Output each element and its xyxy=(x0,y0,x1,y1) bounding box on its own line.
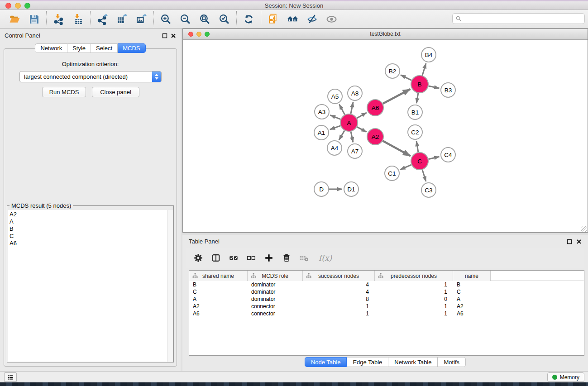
node-A7[interactable]: A7 xyxy=(348,144,362,158)
table-cell[interactable]: C xyxy=(189,289,248,295)
result-list-item[interactable]: A6 xyxy=(10,240,173,247)
table-cell[interactable]: A xyxy=(453,296,491,302)
search-input[interactable] xyxy=(462,15,584,22)
export-table-icon[interactable] xyxy=(116,14,128,25)
table-cell[interactable]: B xyxy=(189,281,248,288)
node-B2[interactable]: B2 xyxy=(385,64,400,78)
save-session-icon[interactable] xyxy=(29,14,40,25)
edge-C-C1[interactable] xyxy=(400,165,411,170)
table-cell[interactable]: 1 xyxy=(375,289,453,295)
table-cell[interactable]: B xyxy=(453,281,491,288)
edge-A-A4[interactable] xyxy=(339,130,344,140)
edge-A-A7[interactable] xyxy=(351,132,353,143)
table-row[interactable]: A6connector11A6 xyxy=(189,310,584,317)
table-cell[interactable]: A6 xyxy=(189,310,248,317)
table-cell[interactable]: 1 xyxy=(303,303,375,310)
node-C1[interactable]: C1 xyxy=(385,166,399,181)
edge-B-B4[interactable] xyxy=(422,63,426,76)
close-panel-icon[interactable] xyxy=(170,33,177,39)
node-D[interactable]: D xyxy=(314,182,329,196)
node-A1[interactable]: A1 xyxy=(314,125,329,140)
node-A2[interactable]: A2 xyxy=(367,129,383,145)
tab-mcds[interactable]: MCDS xyxy=(118,43,145,53)
tab-select[interactable]: Select xyxy=(91,43,118,53)
table-cell[interactable]: 1 xyxy=(375,281,453,288)
edge-A2-C[interactable] xyxy=(383,141,411,156)
table-row[interactable]: Adominator80A xyxy=(189,295,584,303)
result-scrollbar[interactable] xyxy=(167,210,173,362)
delete-icon[interactable] xyxy=(282,253,292,263)
open-file-icon[interactable] xyxy=(9,14,20,25)
table-cell[interactable]: dominator xyxy=(248,289,303,295)
edge-C-C4[interactable] xyxy=(429,157,440,159)
table-cell[interactable]: A xyxy=(189,296,248,302)
table-cell[interactable]: 1 xyxy=(303,310,375,317)
zoom-selected-icon[interactable] xyxy=(219,14,230,25)
table-cell[interactable]: A2 xyxy=(189,303,248,310)
table-cell[interactable]: connector xyxy=(248,303,303,310)
close-table-panel-icon[interactable] xyxy=(576,238,582,245)
tab-node-table[interactable]: Node Table xyxy=(305,357,347,367)
resize-grip[interactable] xyxy=(581,226,587,232)
table-row[interactable]: Cdominator41C xyxy=(189,288,584,295)
network-window-titlebar[interactable]: testGlobe.txt xyxy=(183,29,588,40)
export-image-icon[interactable] xyxy=(136,14,147,25)
table-cell[interactable]: 1 xyxy=(375,310,453,317)
node-A8[interactable]: A8 xyxy=(348,86,362,100)
edge-B-B1[interactable] xyxy=(416,93,418,104)
show-columns-icon[interactable] xyxy=(211,253,221,263)
edge-A6-B[interactable] xyxy=(383,89,411,104)
zoom-out-icon[interactable] xyxy=(180,14,191,25)
result-list-item[interactable]: C xyxy=(10,233,173,240)
table-cell[interactable]: 8 xyxy=(303,296,375,302)
edge-A-A5[interactable] xyxy=(339,105,344,115)
tab-edge-table[interactable]: Edge Table xyxy=(347,357,388,367)
home-view-icon[interactable] xyxy=(287,14,298,25)
select-all-icon[interactable] xyxy=(229,253,239,263)
import-table-icon[interactable] xyxy=(72,14,84,25)
tab-network-table[interactable]: Network Table xyxy=(388,357,438,367)
export-network-icon[interactable] xyxy=(97,14,108,25)
network-canvas[interactable]: B4B2BB3A8A5A6A3B1AC2A1A2A4A7C4CC1C3DD1 xyxy=(183,40,588,232)
import-network-icon[interactable] xyxy=(53,14,64,25)
node-B[interactable]: B xyxy=(411,76,428,93)
node-D1[interactable]: D1 xyxy=(344,182,359,196)
node-C3[interactable]: C3 xyxy=(421,183,436,197)
run-mcds-button[interactable]: Run MCDS xyxy=(42,87,86,97)
edge-B-B3[interactable] xyxy=(429,86,440,88)
refresh-icon[interactable] xyxy=(243,14,254,25)
node-B3[interactable]: B3 xyxy=(441,83,455,97)
node-B4[interactable]: B4 xyxy=(421,48,436,62)
table-cell[interactable]: 0 xyxy=(375,296,453,302)
search-field[interactable] xyxy=(452,13,585,24)
task-history-button[interactable] xyxy=(4,372,17,382)
table-cell[interactable]: dominator xyxy=(248,296,303,302)
node-table[interactable]: shared nameMCDS rolesuccessor nodesprede… xyxy=(189,270,584,356)
table-cell[interactable]: 1 xyxy=(375,303,453,310)
table-row[interactable]: A2connector11A2 xyxy=(189,303,584,310)
edge-A-A6[interactable] xyxy=(357,113,367,118)
result-list-item[interactable]: B xyxy=(10,225,173,233)
column-header-successor-nodes[interactable]: successor nodes xyxy=(303,271,375,281)
zoom-fit-icon[interactable] xyxy=(199,14,210,25)
node-C[interactable]: C xyxy=(411,152,428,170)
settings-icon[interactable] xyxy=(193,253,203,263)
node-A5[interactable]: A5 xyxy=(328,89,342,104)
table-cell[interactable]: C xyxy=(453,289,491,295)
edge-C-C2[interactable] xyxy=(416,141,418,152)
column-header-shared-name[interactable]: shared name xyxy=(189,271,248,281)
node-C4[interactable]: C4 xyxy=(441,148,455,162)
column-header-predecessor-nodes[interactable]: predecessor nodes xyxy=(375,271,453,281)
edge-A-A2[interactable] xyxy=(357,127,367,132)
node-A[interactable]: A xyxy=(340,114,358,131)
result-list-item[interactable]: A xyxy=(10,218,173,225)
edge-A-A1[interactable] xyxy=(330,126,340,129)
memory-button[interactable]: Memory xyxy=(547,372,584,382)
float-panel-icon[interactable] xyxy=(162,33,168,39)
edge-C-C3[interactable] xyxy=(422,170,426,181)
node-A4[interactable]: A4 xyxy=(327,141,342,155)
table-row[interactable]: Bdominator41B xyxy=(189,281,584,288)
criterion-dropdown[interactable]: largest connected component (directed) xyxy=(19,71,162,82)
float-table-panel-icon[interactable] xyxy=(566,238,573,245)
result-list-item[interactable]: A2 xyxy=(10,211,173,218)
